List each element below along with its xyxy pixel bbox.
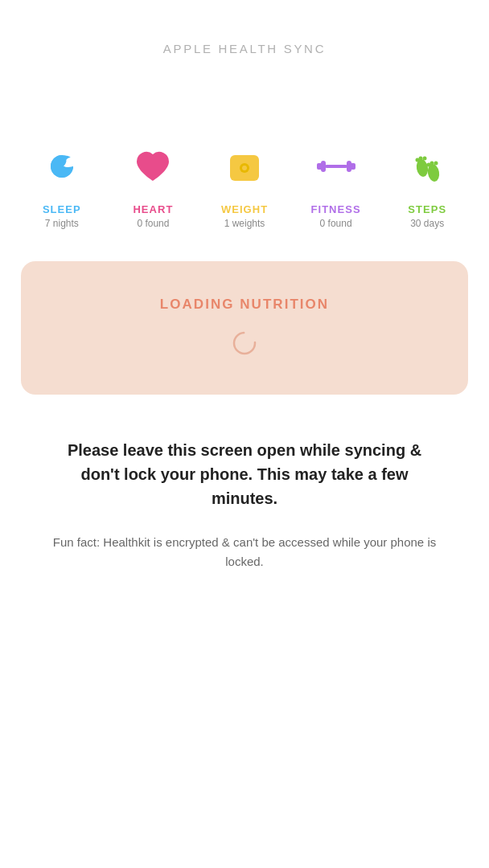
steps-sublabel: 30 days xyxy=(410,218,444,229)
heart-sublabel: 0 found xyxy=(137,218,169,229)
svg-point-2 xyxy=(242,166,247,170)
weight-label: WEIGHT xyxy=(221,203,268,215)
svg-point-11 xyxy=(419,157,423,161)
weight-item: WEIGHT 1 weights xyxy=(199,144,290,229)
health-icons-row: SLEEP 7 nights HEART 0 found WEIGHT 1 we… xyxy=(0,144,489,229)
sleep-icon xyxy=(39,144,84,195)
sleep-item: SLEEP 7 nights xyxy=(16,144,108,229)
svg-point-16 xyxy=(234,333,255,354)
svg-point-15 xyxy=(434,162,438,166)
svg-point-12 xyxy=(423,157,427,161)
loading-spinner xyxy=(232,330,257,356)
main-message: Please leave this screen open while sync… xyxy=(51,438,438,510)
loading-nutrition-box: LOADING NUTRITION xyxy=(21,261,468,395)
svg-rect-7 xyxy=(325,165,347,168)
fitness-item: FITNESS 0 found xyxy=(290,144,382,229)
sleep-sublabel: 7 nights xyxy=(45,218,79,229)
svg-point-14 xyxy=(430,162,434,166)
heart-icon xyxy=(130,144,175,195)
fitness-label: FITNESS xyxy=(311,203,361,215)
weight-icon xyxy=(222,144,267,195)
heart-item: HEART 0 found xyxy=(108,144,199,229)
heart-label: HEART xyxy=(133,203,173,215)
page-title: APPLE HEALTH SYNC xyxy=(163,42,326,55)
steps-icon xyxy=(405,144,450,195)
steps-item: STEPS 30 days xyxy=(381,144,473,229)
loading-title: LOADING NUTRITION xyxy=(160,297,329,313)
steps-label: STEPS xyxy=(408,203,446,215)
fitness-icon xyxy=(314,144,359,195)
fitness-sublabel: 0 found xyxy=(320,218,352,229)
message-section: Please leave this screen open while sync… xyxy=(51,438,438,571)
weight-sublabel: 1 weights xyxy=(224,218,265,229)
fun-fact: Fun fact: Healthkit is encrypted & can't… xyxy=(51,533,438,571)
sleep-label: SLEEP xyxy=(43,203,81,215)
